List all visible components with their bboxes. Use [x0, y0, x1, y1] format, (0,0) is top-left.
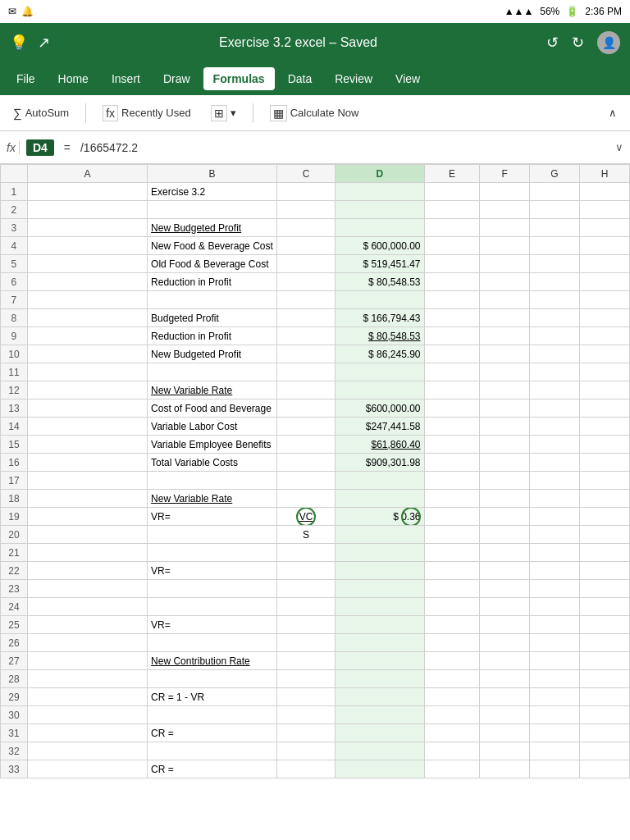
cell-e18[interactable] [424, 490, 480, 508]
cell-c18[interactable] [276, 490, 335, 508]
cell-d18[interactable] [336, 490, 424, 508]
cell-g2[interactable] [529, 201, 579, 219]
cell-f4[interactable] [480, 237, 530, 255]
cell-b20[interactable] [148, 526, 277, 544]
cell-h4[interactable] [580, 237, 630, 255]
cell-b7[interactable] [148, 291, 277, 309]
cell-a17[interactable] [27, 472, 147, 490]
cell-f20[interactable] [480, 526, 530, 544]
cell-a16[interactable] [27, 454, 147, 472]
cell-g13[interactable] [529, 399, 579, 418]
cell-h17[interactable] [580, 472, 630, 490]
cell-g16[interactable] [529, 454, 579, 472]
cell-e1[interactable] [424, 183, 480, 201]
cell-h32[interactable] [580, 742, 630, 760]
cell-h24[interactable] [580, 598, 630, 616]
cell-f15[interactable] [480, 436, 530, 454]
cell-d9[interactable]: $ 80,548.53 [336, 327, 424, 345]
cell-b30[interactable] [148, 706, 277, 724]
cell-a29[interactable] [27, 688, 147, 706]
cell-f31[interactable] [480, 724, 530, 742]
cell-f26[interactable] [480, 634, 530, 652]
cell-e14[interactable] [424, 418, 480, 436]
cell-d14[interactable]: $247,441.58 [336, 418, 424, 436]
cell-b17[interactable] [148, 472, 277, 490]
menu-home[interactable]: Home [48, 67, 98, 90]
cell-c23[interactable] [276, 580, 335, 598]
cell-a26[interactable] [27, 634, 147, 652]
cell-c29[interactable] [276, 688, 335, 706]
cell-e6[interactable] [424, 273, 480, 291]
cell-d11[interactable] [336, 363, 424, 381]
cell-a20[interactable] [27, 526, 147, 544]
cell-c20[interactable]: S [276, 526, 335, 544]
cell-a6[interactable] [27, 273, 147, 291]
cell-g8[interactable] [529, 309, 579, 327]
cell-g25[interactable] [529, 616, 579, 634]
cell-g17[interactable] [529, 472, 579, 490]
cell-a3[interactable] [27, 219, 147, 237]
cell-c14[interactable] [276, 418, 335, 436]
cell-c16[interactable] [276, 454, 335, 472]
cell-a9[interactable] [27, 327, 147, 345]
cell-d12[interactable] [336, 381, 424, 399]
cell-d1[interactable] [336, 183, 424, 201]
col-header-d[interactable]: D [336, 165, 424, 183]
cell-f25[interactable] [480, 616, 530, 634]
cell-d27[interactable] [336, 652, 424, 670]
cell-d21[interactable] [336, 544, 424, 562]
cell-c17[interactable] [276, 472, 335, 490]
cell-f22[interactable] [480, 562, 530, 580]
cell-h16[interactable] [580, 454, 630, 472]
cell-h27[interactable] [580, 652, 630, 670]
cell-h23[interactable] [580, 580, 630, 598]
cell-f21[interactable] [480, 544, 530, 562]
cell-b5[interactable]: Old Food & Beverage Cost [148, 255, 277, 273]
cell-g20[interactable] [529, 526, 579, 544]
cell-b25[interactable]: VR= [148, 616, 277, 634]
cell-h3[interactable] [580, 219, 630, 237]
cell-d28[interactable] [336, 670, 424, 688]
cell-b19[interactable]: VR= [148, 508, 277, 526]
recently-used-button[interactable]: fx Recently Used [96, 102, 197, 125]
cell-c4[interactable] [276, 237, 335, 255]
cell-b16[interactable]: Total Variable Costs [148, 454, 277, 472]
cell-f7[interactable] [480, 291, 530, 309]
cell-c28[interactable] [276, 670, 335, 688]
cell-h8[interactable] [580, 309, 630, 327]
cell-f19[interactable] [480, 508, 530, 526]
cell-h21[interactable] [580, 544, 630, 562]
col-header-b[interactable]: B [148, 165, 277, 183]
menu-draw[interactable]: Draw [153, 67, 200, 90]
cell-a24[interactable] [27, 598, 147, 616]
cell-e11[interactable] [424, 363, 480, 381]
cell-a25[interactable] [27, 616, 147, 634]
col-header-h[interactable]: H [580, 165, 630, 183]
cell-f1[interactable] [480, 183, 530, 201]
cell-e33[interactable] [424, 760, 480, 778]
cell-g15[interactable] [529, 436, 579, 454]
cell-c21[interactable] [276, 544, 335, 562]
cell-b6[interactable]: Reduction in Profit [148, 273, 277, 291]
cell-h22[interactable] [580, 562, 630, 580]
cell-g4[interactable] [529, 237, 579, 255]
cell-h11[interactable] [580, 363, 630, 381]
cell-h12[interactable] [580, 381, 630, 399]
cell-h9[interactable] [580, 327, 630, 345]
more-functions-button[interactable]: ⊞ ▾ [204, 102, 243, 125]
cell-c26[interactable] [276, 634, 335, 652]
cell-g32[interactable] [529, 742, 579, 760]
cell-h20[interactable] [580, 526, 630, 544]
cell-a28[interactable] [27, 670, 147, 688]
cell-g11[interactable] [529, 363, 579, 381]
cell-d15[interactable]: $61,860.40 [336, 436, 424, 454]
cell-a30[interactable] [27, 706, 147, 724]
lightbulb-icon[interactable]: 💡 [10, 34, 28, 52]
col-header-g[interactable]: G [529, 165, 579, 183]
cell-d20[interactable] [336, 526, 424, 544]
cell-d22[interactable] [336, 562, 424, 580]
cell-d31[interactable] [336, 724, 424, 742]
cell-f28[interactable] [480, 670, 530, 688]
cell-c22[interactable] [276, 562, 335, 580]
formula-content[interactable]: /1665472.2 [80, 141, 609, 154]
